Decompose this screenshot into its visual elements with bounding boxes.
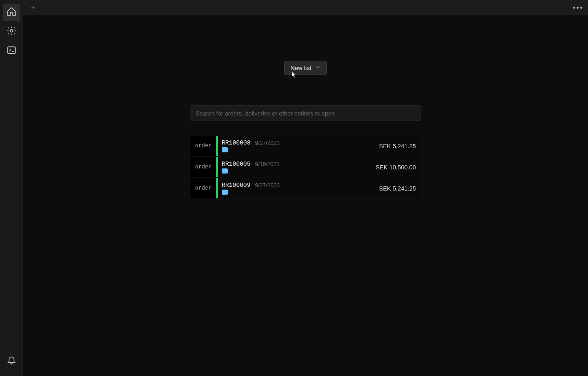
chevron-down-icon (315, 64, 321, 71)
sidebar (0, 0, 23, 376)
entity-type-label: order (190, 157, 216, 177)
content: New list order RR100008 9/27/2023 SEK 5,… (23, 15, 588, 376)
list-item[interactable]: order RR100005 9/19/2023 SEK 10,500.00 (190, 157, 421, 177)
main-area: + ••• New list order RR100008 9/27/2023 (23, 0, 588, 376)
results-list: order RR100008 9/27/2023 SEK 5,241.25 or… (190, 136, 421, 199)
new-list-dropdown[interactable]: New list (284, 61, 327, 75)
status-indicator (216, 136, 218, 156)
tag-badge (222, 147, 228, 152)
entity-type-label: order (190, 178, 216, 198)
row-body: RR100009 9/27/2023 (222, 178, 379, 198)
sidebar-notifications[interactable] (3, 352, 20, 370)
sidebar-terminal[interactable] (3, 42, 20, 60)
status-indicator (216, 157, 218, 177)
order-id: RR100009 (222, 182, 250, 189)
order-date: 9/19/2023 (255, 161, 279, 168)
order-date: 9/27/2023 (255, 182, 279, 189)
row-body: RR100005 9/19/2023 (222, 157, 376, 177)
tag-badge (222, 190, 228, 195)
more-menu-button[interactable]: ••• (573, 4, 583, 12)
order-amount: SEK 10,500.00 (376, 157, 421, 177)
list-item[interactable]: order RR100009 9/27/2023 SEK 5,241.25 (190, 178, 421, 198)
order-id: RR100008 (222, 139, 250, 146)
order-amount: SEK 5,241.25 (379, 136, 421, 156)
svg-rect-1 (8, 47, 16, 54)
tab-add-button[interactable]: + (27, 1, 40, 14)
tab-bar: + (23, 0, 588, 15)
list-item[interactable]: order RR100008 9/27/2023 SEK 5,241.25 (190, 136, 421, 156)
bell-icon (6, 355, 17, 367)
svg-point-0 (10, 29, 13, 32)
sidebar-home[interactable] (3, 4, 20, 21)
order-date: 9/27/2023 (255, 140, 279, 146)
order-amount: SEK 5,241.25 (379, 178, 421, 198)
gear-icon (6, 26, 17, 38)
entity-type-label: order (190, 136, 216, 156)
row-body: RR100008 9/27/2023 (222, 136, 379, 156)
search-input[interactable] (190, 105, 421, 121)
tag-badge (222, 168, 228, 174)
status-indicator (216, 178, 218, 198)
new-list-label: New list (290, 64, 311, 71)
home-icon (6, 6, 17, 18)
order-id: RR100005 (222, 161, 250, 168)
terminal-icon (6, 45, 17, 57)
sidebar-settings[interactable] (3, 23, 20, 40)
